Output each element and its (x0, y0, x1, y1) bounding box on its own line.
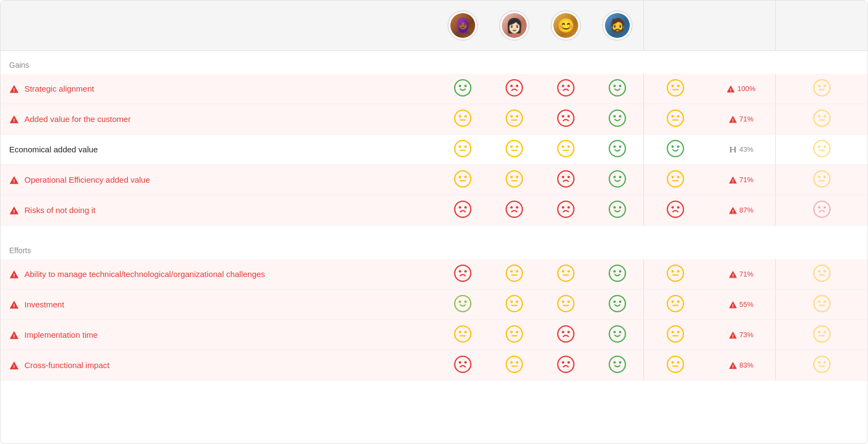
average-cell-risks-not-doing (643, 195, 706, 226)
svg-point-41 (671, 115, 674, 118)
svg-point-125 (818, 206, 820, 209)
svg-point-192 (609, 326, 626, 342)
main-cell-cross-functional (776, 350, 867, 381)
section-header-1: Efforts (1, 236, 867, 259)
table-row-economical-added-value: Economical added value (1, 134, 867, 165)
svg-point-167 (614, 300, 616, 303)
svg-point-144 (671, 270, 674, 273)
svg-point-175 (814, 295, 830, 312)
svg-point-166 (609, 295, 626, 312)
svg-point-132 (506, 265, 522, 281)
score-cell-operational-efficiency-2 (540, 165, 592, 195)
svg-point-194 (619, 331, 622, 333)
main-analysis-column-header (776, 1, 867, 51)
row-label-economical-added-value: Economical added value (1, 134, 437, 165)
svg-point-160 (516, 300, 519, 303)
score-cell-investment-0 (437, 289, 488, 320)
svg-text:!: ! (13, 117, 15, 123)
svg-point-27 (458, 115, 461, 118)
svg-point-142 (619, 270, 622, 273)
row-label-cross-functional: ! Cross-functional impact (1, 350, 437, 381)
score-cell-economical-added-value-2 (540, 134, 592, 165)
svg-text:!: ! (13, 178, 15, 184)
section-header-0: Gains (1, 51, 867, 74)
svg-point-171 (677, 300, 680, 303)
score-cell-risks-not-doing-1 (489, 195, 540, 226)
svg-point-35 (562, 115, 565, 118)
svg-point-228 (823, 361, 826, 364)
svg-point-21 (818, 85, 820, 87)
svg-point-182 (458, 331, 461, 333)
svg-point-113 (558, 201, 575, 217)
score-cell-implementation-time-3 (592, 320, 643, 350)
svg-point-151 (823, 270, 826, 273)
svg-point-22 (823, 85, 826, 87)
svg-point-145 (677, 270, 680, 273)
score-cell-cross-functional-1 (489, 350, 540, 381)
svg-point-130 (458, 270, 461, 273)
score-cell-operational-efficiency-3 (592, 165, 643, 195)
svg-point-7 (516, 85, 519, 87)
svg-text:!: ! (730, 87, 732, 92)
svg-point-133 (510, 270, 513, 273)
svg-point-92 (609, 171, 626, 187)
svg-point-207 (455, 356, 471, 372)
score-cell-manage-challenges-2 (540, 259, 592, 289)
svg-point-136 (558, 265, 575, 281)
average-cell-added-value-customer (643, 104, 706, 134)
score-cell-investment-1 (489, 289, 540, 320)
svg-point-193 (614, 331, 616, 333)
svg-point-20 (814, 80, 830, 96)
score-cell-added-value-customer-0 (437, 104, 488, 134)
average-cell-operational-efficiency (643, 165, 706, 195)
svg-point-81 (455, 171, 471, 187)
svg-text:!: ! (732, 363, 733, 369)
svg-point-226 (814, 356, 830, 372)
avatar-1: 🧕🏾 (449, 11, 477, 40)
svg-point-114 (562, 206, 565, 209)
avatar-col-3: 😊 (540, 1, 592, 51)
table-row-manage-challenges: ! Ability to manage technical/technologi… (1, 259, 867, 289)
score-cell-added-value-customer-3 (592, 104, 643, 134)
svg-point-12 (614, 85, 616, 87)
svg-point-10 (567, 85, 570, 87)
svg-point-8 (558, 80, 575, 96)
svg-point-51 (458, 145, 461, 148)
svg-marker-72 (729, 151, 732, 152)
svg-point-37 (609, 110, 626, 126)
average-cell-economical-added-value (643, 134, 706, 165)
avatar-col-1: 🧕🏾 (437, 1, 488, 51)
svg-point-158 (506, 295, 522, 312)
svg-text:!: ! (13, 303, 15, 308)
svg-point-52 (464, 145, 467, 148)
svg-point-58 (558, 140, 575, 157)
svg-point-131 (464, 270, 467, 273)
stddev-cell-implementation-time: ! 73% (707, 320, 776, 350)
row-label-investment: ! Investment (1, 289, 437, 320)
main-cell-implementation-time (776, 320, 867, 350)
svg-point-118 (619, 206, 622, 209)
svg-marker-71 (729, 147, 732, 148)
svg-point-212 (516, 361, 519, 364)
stddev-cell-economical-added-value: 43% (707, 134, 776, 165)
score-cell-investment-2 (540, 289, 592, 320)
svg-point-93 (614, 176, 616, 178)
svg-point-94 (619, 176, 622, 178)
normal-label-economical-added-value: Economical added value (9, 145, 428, 154)
main-table-container: 🧕🏾 👩🏻 😊 (0, 0, 868, 444)
score-cell-economical-added-value-0 (437, 134, 488, 165)
svg-marker-73 (733, 147, 736, 148)
svg-point-201 (814, 326, 830, 342)
svg-point-107 (455, 201, 471, 217)
svg-point-115 (567, 206, 570, 209)
score-cell-operational-efficiency-0 (437, 165, 488, 195)
svg-text:!: ! (13, 208, 15, 214)
score-cell-strategic-alignment-2 (540, 74, 592, 104)
svg-point-3 (458, 85, 461, 87)
svg-point-97 (677, 176, 680, 178)
score-cell-strategic-alignment-1 (489, 74, 540, 104)
svg-point-15 (671, 85, 674, 87)
svg-text:!: ! (732, 117, 733, 123)
svg-point-54 (506, 140, 522, 157)
svg-point-47 (818, 115, 820, 118)
